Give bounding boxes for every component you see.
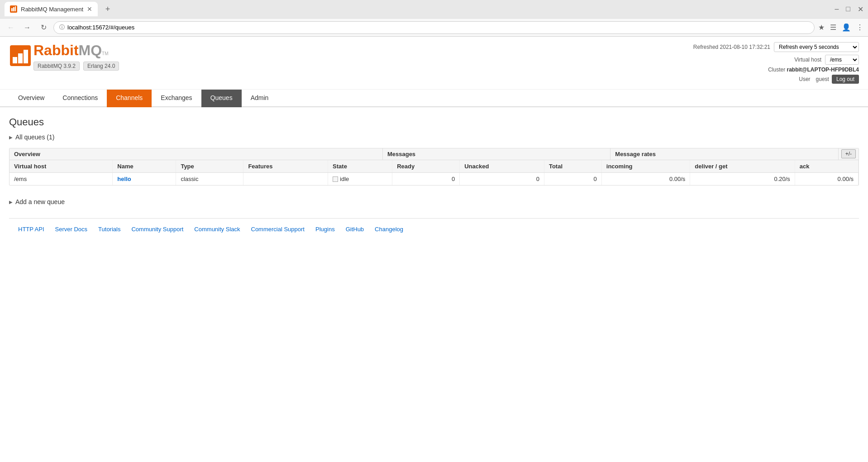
user-row: User guest Log out bbox=[693, 75, 859, 84]
refresh-page-button[interactable]: ↻ bbox=[37, 21, 50, 34]
state-label: idle bbox=[340, 176, 349, 182]
col-ack: ack bbox=[795, 160, 858, 173]
footer-github[interactable]: GitHub bbox=[346, 226, 364, 233]
minimize-button[interactable]: – bbox=[835, 5, 839, 14]
row-ack: 0.00/s bbox=[795, 173, 858, 186]
col-deliver-get: deliver / get bbox=[690, 160, 795, 173]
close-window-button[interactable]: ✕ bbox=[858, 5, 863, 14]
table-group-header: Overview Messages Message rates +/- bbox=[10, 148, 858, 160]
row-name: hello bbox=[113, 173, 176, 186]
svg-rect-6 bbox=[24, 50, 28, 63]
page-title: Queues bbox=[9, 116, 859, 128]
logo-area: Rabbit MQ TM RabbitMQ 3.9.2 Erlang 24.0 bbox=[9, 42, 119, 71]
maximize-button[interactable]: □ bbox=[846, 5, 850, 14]
group-message-rates: Message rates bbox=[610, 148, 838, 160]
logo-rabbit: Rabbit bbox=[33, 42, 79, 59]
footer-plugins[interactable]: Plugins bbox=[315, 226, 335, 233]
header-right: Refreshed 2021-08-10 17:32:21 Refresh ev… bbox=[693, 42, 859, 84]
footer-http-api[interactable]: HTTP API bbox=[18, 226, 44, 233]
menu-icon[interactable]: ⋮ bbox=[856, 23, 863, 32]
tab-close-button[interactable]: ✕ bbox=[87, 5, 92, 13]
nav-admin[interactable]: Admin bbox=[242, 90, 278, 107]
virtualhost-row: Virtual host /ems / bbox=[693, 55, 859, 65]
footer-commercial-support[interactable]: Commercial Support bbox=[251, 226, 305, 233]
queues-table: Virtual host Name Type Features State Re… bbox=[10, 160, 858, 185]
col-ready: Ready bbox=[392, 160, 460, 173]
plus-minus-button[interactable]: +/- bbox=[839, 148, 858, 160]
app-main: Queues ▶ All queues (1) Overview Message… bbox=[0, 107, 868, 249]
queue-name-link[interactable]: hello bbox=[117, 176, 131, 182]
row-deliver-get: 0.20/s bbox=[690, 173, 795, 186]
window-controls: – □ ✕ bbox=[835, 5, 863, 14]
address-bar[interactable]: ⓘ bbox=[53, 21, 815, 34]
group-messages: Messages bbox=[383, 148, 610, 160]
logout-button[interactable]: Log out bbox=[832, 75, 859, 84]
state-checkbox-icon bbox=[333, 176, 338, 182]
back-button[interactable]: ← bbox=[5, 21, 17, 34]
forward-button[interactable]: → bbox=[21, 21, 33, 34]
nav-queues[interactable]: Queues bbox=[201, 90, 242, 107]
toggle-arrow-icon: ▶ bbox=[9, 135, 13, 140]
tab-title: RabbitMQ Management bbox=[21, 6, 83, 13]
nav-connections[interactable]: Connections bbox=[53, 90, 107, 107]
group-overview: Overview bbox=[10, 148, 383, 160]
col-virtual-host: Virtual host bbox=[10, 160, 113, 173]
refresh-timestamp: Refreshed 2021-08-10 17:32:21 bbox=[693, 44, 770, 50]
nav-exchanges[interactable]: Exchanges bbox=[152, 90, 201, 107]
browser-tab[interactable]: RabbitMQ Management ✕ bbox=[5, 2, 98, 16]
browser-chrome: RabbitMQ Management ✕ + – □ ✕ ← → ↻ ⓘ ★ … bbox=[0, 0, 868, 37]
security-icon: ⓘ bbox=[59, 24, 65, 31]
app-nav: Overview Connections Channels Exchanges … bbox=[0, 90, 868, 107]
bookmark-icon[interactable]: ★ bbox=[818, 23, 825, 32]
col-unacked: Unacked bbox=[460, 160, 544, 173]
table-row: /ems hello classic idle 0 bbox=[10, 173, 858, 186]
logo-icon bbox=[9, 44, 32, 68]
nav-channels[interactable]: Channels bbox=[107, 90, 152, 107]
all-queues-toggle[interactable]: ▶ All queues (1) bbox=[9, 133, 859, 141]
row-unacked: 0 bbox=[460, 173, 544, 186]
erlang-version-badge: Erlang 24.0 bbox=[83, 62, 119, 71]
row-virtual-host: /ems bbox=[10, 173, 113, 186]
col-name: Name bbox=[113, 160, 176, 173]
nav-overview[interactable]: Overview bbox=[9, 90, 53, 107]
logo-mq: MQ bbox=[79, 42, 102, 59]
new-tab-button[interactable]: + bbox=[101, 3, 114, 15]
row-features bbox=[243, 173, 328, 186]
row-incoming: 0.00/s bbox=[601, 173, 690, 186]
user-label: User bbox=[799, 76, 810, 82]
footer-community-support[interactable]: Community Support bbox=[131, 226, 183, 233]
add-queue-label: Add a new queue bbox=[15, 198, 65, 205]
footer-changelog[interactable]: Changelog bbox=[375, 226, 403, 233]
cluster-name: rabbit@LAPTOP-HFP9DBL4 bbox=[787, 67, 859, 73]
app-footer: HTTP API Server Docs Tutorials Community… bbox=[9, 218, 859, 240]
extension-icon[interactable]: ☰ bbox=[830, 23, 836, 32]
row-state: idle bbox=[328, 173, 392, 186]
svg-rect-0 bbox=[11, 8, 13, 11]
svg-rect-4 bbox=[13, 57, 17, 63]
cluster-row: Cluster rabbit@LAPTOP-HFP9DBL4 bbox=[693, 67, 859, 73]
rabbitmq-version-badge: RabbitMQ 3.9.2 bbox=[33, 62, 80, 71]
virtualhost-select[interactable]: /ems / bbox=[825, 55, 859, 65]
profile-icon[interactable]: 👤 bbox=[842, 23, 851, 32]
url-input[interactable] bbox=[67, 24, 809, 31]
svg-rect-1 bbox=[13, 7, 14, 11]
tab-favicon bbox=[10, 5, 17, 13]
queues-table-head: Virtual host Name Type Features State Re… bbox=[10, 160, 858, 173]
refresh-select[interactable]: Refresh every 5 seconds Refresh every 10… bbox=[774, 42, 859, 52]
col-incoming: incoming bbox=[601, 160, 690, 173]
footer-tutorials[interactable]: Tutorials bbox=[98, 226, 120, 233]
app-header: Rabbit MQ TM RabbitMQ 3.9.2 Erlang 24.0 … bbox=[0, 37, 868, 90]
queues-table-body: /ems hello classic idle 0 bbox=[10, 173, 858, 186]
svg-rect-5 bbox=[18, 53, 23, 63]
footer-community-slack[interactable]: Community Slack bbox=[194, 226, 240, 233]
virtualhost-label: Virtual host bbox=[794, 57, 821, 63]
add-queue-toggle[interactable]: ▶ Add a new queue bbox=[9, 195, 859, 209]
version-badges: RabbitMQ 3.9.2 Erlang 24.0 bbox=[33, 62, 119, 71]
row-total: 0 bbox=[544, 173, 601, 186]
footer-server-docs[interactable]: Server Docs bbox=[55, 226, 88, 233]
username: guest bbox=[816, 76, 829, 82]
browser-toolbar: ★ ☰ 👤 ⋮ bbox=[818, 23, 863, 32]
plus-minus-label[interactable]: +/- bbox=[841, 149, 856, 158]
logo-tm: TM bbox=[102, 51, 108, 56]
col-type: Type bbox=[176, 160, 243, 173]
